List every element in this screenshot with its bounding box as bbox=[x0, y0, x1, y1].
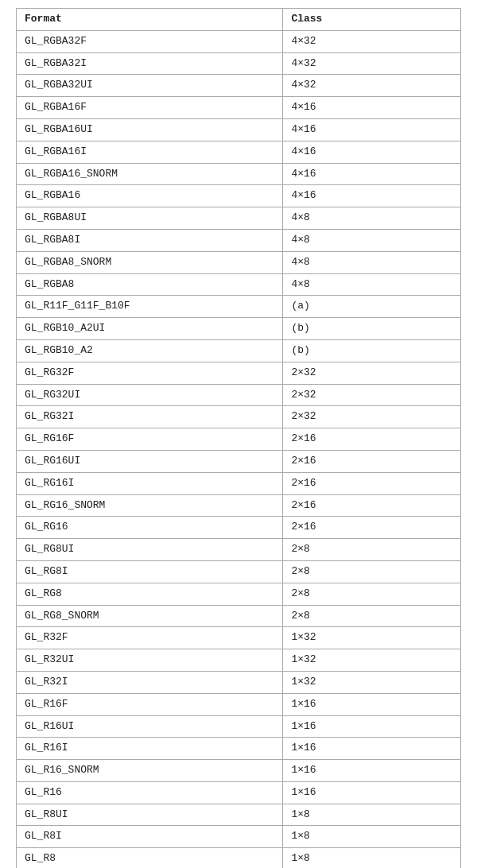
cell-format: GL_RG8I bbox=[17, 560, 283, 583]
cell-class: 1×16 bbox=[283, 738, 461, 760]
cell-format: GL_R16_SNORM bbox=[17, 760, 283, 782]
cell-class: (a) bbox=[283, 296, 461, 318]
table-row: GL_R11F_G11F_B10F(a) bbox=[17, 296, 461, 318]
cell-class: 2×16 bbox=[283, 517, 461, 539]
cell-class: 4×8 bbox=[283, 229, 461, 251]
cell-class: 4×32 bbox=[283, 75, 461, 97]
cell-format: GL_RGBA8_SNORM bbox=[17, 251, 283, 273]
cell-class: 4×8 bbox=[283, 207, 461, 230]
cell-class: 2×16 bbox=[283, 428, 461, 451]
table-row: GL_RGBA8_SNORM4×8 bbox=[17, 251, 461, 273]
table-row: GL_RG8UI2×8 bbox=[17, 539, 461, 561]
cell-class: 1×16 bbox=[283, 715, 461, 738]
table-row: GL_RGB10_A2(b) bbox=[17, 339, 461, 362]
cell-class: 2×8 bbox=[283, 605, 461, 627]
cell-class: 2×8 bbox=[283, 560, 461, 583]
cell-format: GL_RG16F bbox=[17, 428, 283, 451]
table-row: GL_RGBA32F4×32 bbox=[17, 30, 461, 52]
table-row: GL_R161×16 bbox=[17, 781, 461, 804]
cell-class: 1×32 bbox=[283, 649, 461, 672]
cell-format: GL_R32F bbox=[17, 627, 283, 649]
cell-class: 1×8 bbox=[283, 826, 461, 848]
cell-format: GL_RG16 bbox=[17, 517, 283, 539]
table-row: GL_R8I1×8 bbox=[17, 826, 461, 848]
table-row: GL_RGBA32I4×32 bbox=[17, 52, 461, 75]
table-row: GL_RGBA16UI4×16 bbox=[17, 118, 461, 141]
cell-format: GL_R16F bbox=[17, 693, 283, 715]
table-row: GL_RG16I2×16 bbox=[17, 472, 461, 494]
cell-format: GL_RGBA16 bbox=[17, 185, 283, 207]
cell-class: 1×8 bbox=[283, 804, 461, 826]
table-row: GL_R32F1×32 bbox=[17, 627, 461, 649]
cell-format: GL_RGBA8 bbox=[17, 273, 283, 296]
header-class: Class bbox=[283, 9, 461, 31]
cell-class: 4×16 bbox=[283, 185, 461, 207]
header-format: Format bbox=[17, 9, 283, 31]
cell-format: GL_RGBA32UI bbox=[17, 75, 283, 97]
table-row: GL_RG32UI2×32 bbox=[17, 384, 461, 406]
table-row: GL_R16F1×16 bbox=[17, 693, 461, 715]
cell-class: (b) bbox=[283, 318, 461, 340]
cell-class: 2×32 bbox=[283, 384, 461, 406]
table-row: GL_RG8I2×8 bbox=[17, 560, 461, 583]
table-row: GL_RG32F2×32 bbox=[17, 362, 461, 384]
cell-format: GL_R16I bbox=[17, 738, 283, 760]
cell-format: GL_R8UI bbox=[17, 804, 283, 826]
table-row: GL_RGB10_A2UI(b) bbox=[17, 318, 461, 340]
cell-format: GL_RG8UI bbox=[17, 539, 283, 561]
table-row: GL_RGBA164×16 bbox=[17, 185, 461, 207]
cell-class: 1×16 bbox=[283, 781, 461, 804]
cell-class: 4×16 bbox=[283, 163, 461, 185]
table-row: GL_RGBA84×8 bbox=[17, 273, 461, 296]
cell-format: GL_R32UI bbox=[17, 649, 283, 672]
table-row: GL_RGBA32UI4×32 bbox=[17, 75, 461, 97]
cell-class: 2×16 bbox=[283, 450, 461, 472]
cell-class: 1×32 bbox=[283, 627, 461, 649]
table-row: GL_R32I1×32 bbox=[17, 671, 461, 693]
cell-class: 1×16 bbox=[283, 693, 461, 715]
cell-format: GL_R32I bbox=[17, 671, 283, 693]
cell-format: GL_RG32UI bbox=[17, 384, 283, 406]
cell-format: GL_RG16UI bbox=[17, 450, 283, 472]
cell-class: 4×32 bbox=[283, 52, 461, 75]
table-row: GL_RG82×8 bbox=[17, 583, 461, 605]
cell-format: GL_RGBA32F bbox=[17, 30, 283, 52]
format-class-table: Format Class GL_RGBA32F4×32GL_RGBA32I4×3… bbox=[16, 8, 461, 868]
cell-format: GL_RG32F bbox=[17, 362, 283, 384]
cell-format: GL_R11F_G11F_B10F bbox=[17, 296, 283, 318]
cell-class: 4×8 bbox=[283, 273, 461, 296]
cell-class: 4×16 bbox=[283, 97, 461, 119]
cell-format: GL_R16 bbox=[17, 781, 283, 804]
cell-class: 2×16 bbox=[283, 472, 461, 494]
table-row: GL_RG16UI2×16 bbox=[17, 450, 461, 472]
cell-class: 2×8 bbox=[283, 583, 461, 605]
cell-format: GL_R8I bbox=[17, 826, 283, 848]
table-row: GL_RG32I2×32 bbox=[17, 406, 461, 428]
table-row: GL_RG16_SNORM2×16 bbox=[17, 494, 461, 517]
table-row: GL_RGBA8UI4×8 bbox=[17, 207, 461, 230]
cell-format: GL_RG16I bbox=[17, 472, 283, 494]
table-row: GL_R32UI1×32 bbox=[17, 649, 461, 672]
cell-format: GL_RG32I bbox=[17, 406, 283, 428]
table-row: GL_RGBA16I4×16 bbox=[17, 141, 461, 163]
cell-class: 4×16 bbox=[283, 118, 461, 141]
table-row: GL_RGBA16_SNORM4×16 bbox=[17, 163, 461, 185]
cell-class: 2×32 bbox=[283, 406, 461, 428]
cell-format: GL_RGB10_A2UI bbox=[17, 318, 283, 340]
cell-class: (b) bbox=[283, 339, 461, 362]
table-row: GL_R81×8 bbox=[17, 848, 461, 868]
cell-class: 1×16 bbox=[283, 760, 461, 782]
table-row: GL_RG16F2×16 bbox=[17, 428, 461, 451]
cell-class: 1×8 bbox=[283, 848, 461, 868]
table-row: GL_RGBA8I4×8 bbox=[17, 229, 461, 251]
cell-format: GL_RGB10_A2 bbox=[17, 339, 283, 362]
cell-format: GL_RG16_SNORM bbox=[17, 494, 283, 517]
cell-class: 2×16 bbox=[283, 494, 461, 517]
table-row: GL_RG8_SNORM2×8 bbox=[17, 605, 461, 627]
table-row: GL_R16I1×16 bbox=[17, 738, 461, 760]
cell-class: 2×8 bbox=[283, 539, 461, 561]
cell-format: GL_RGBA8I bbox=[17, 229, 283, 251]
cell-class: 4×32 bbox=[283, 30, 461, 52]
cell-format: GL_R16UI bbox=[17, 715, 283, 738]
table-row: GL_R16_SNORM1×16 bbox=[17, 760, 461, 782]
